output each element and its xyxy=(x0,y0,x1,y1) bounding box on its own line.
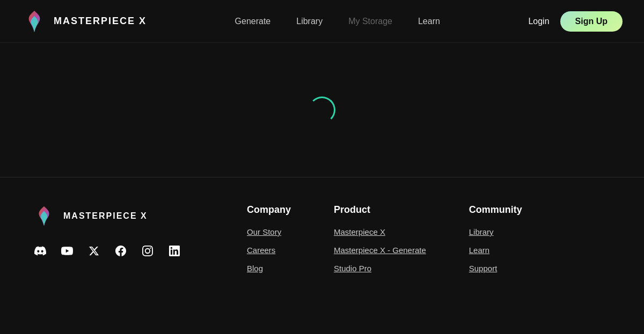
nav-library[interactable]: Library xyxy=(296,17,323,26)
list-item: Careers xyxy=(247,246,291,255)
footer-link-support[interactable]: Support xyxy=(469,264,497,273)
footer-link-studio-pro[interactable]: Studio Pro xyxy=(334,264,371,273)
footer-col-community-heading: Community xyxy=(469,204,522,216)
footer-col-product-links: Masterpiece X Masterpiece X - Generate S… xyxy=(334,227,426,273)
main-loading-area xyxy=(0,43,644,177)
footer-link-library[interactable]: Library xyxy=(469,227,494,236)
list-item: Masterpiece X xyxy=(334,227,426,237)
footer-link-our-story[interactable]: Our Story xyxy=(247,227,281,236)
footer-link-careers[interactable]: Careers xyxy=(247,246,275,255)
list-item: Library xyxy=(469,227,522,237)
footer-col-company-links: Our Story Careers Blog xyxy=(247,227,291,273)
footer-col-company: Company Our Story Careers Blog xyxy=(247,204,291,273)
loading-spinner xyxy=(309,97,335,123)
nav-learn[interactable]: Learn xyxy=(418,17,440,26)
signup-button[interactable]: Sign Up xyxy=(560,11,623,32)
twitter-icon[interactable] xyxy=(86,243,102,259)
instagram-icon[interactable] xyxy=(140,243,156,259)
footer-brand-section: MASTERPIECE X xyxy=(32,204,247,273)
linkedin-icon[interactable] xyxy=(166,243,182,259)
site-header: MASTERPIECE X Generate Library My Storag… xyxy=(0,0,644,43)
footer-col-product: Product Masterpiece X Masterpiece X - Ge… xyxy=(334,204,426,273)
list-item: Masterpiece X - Generate xyxy=(334,246,426,255)
nav-generate[interactable]: Generate xyxy=(235,17,271,26)
brand-name-text: MASTERPIECE X xyxy=(54,16,147,27)
list-item: Blog xyxy=(247,264,291,273)
main-nav: Generate Library My Storage Learn xyxy=(235,17,440,26)
footer-col-company-heading: Company xyxy=(247,204,291,216)
footer-logo-icon xyxy=(32,204,56,228)
site-footer: MASTERPIECE X xyxy=(0,177,644,295)
youtube-icon[interactable] xyxy=(59,243,75,259)
footer-link-masterpiece-x-generate[interactable]: Masterpiece X - Generate xyxy=(334,246,426,255)
footer-link-masterpiece-x[interactable]: Masterpiece X xyxy=(334,227,385,236)
footer-col-product-heading: Product xyxy=(334,204,426,216)
login-button[interactable]: Login xyxy=(528,17,549,26)
footer-brand-name: MASTERPIECE X xyxy=(63,211,148,221)
list-item: Our Story xyxy=(247,227,291,237)
footer-columns: Company Our Story Careers Blog Product xyxy=(247,204,612,273)
footer-link-learn[interactable]: Learn xyxy=(469,246,489,255)
social-links xyxy=(32,243,247,259)
footer-col-community: Community Library Learn Support xyxy=(469,204,522,273)
list-item: Support xyxy=(469,264,522,273)
header-brand: MASTERPIECE X xyxy=(21,9,147,34)
header-actions: Login Sign Up xyxy=(528,11,623,32)
facebook-icon[interactable] xyxy=(113,243,129,259)
footer-logo-row: MASTERPIECE X xyxy=(32,204,247,228)
nav-my-storage[interactable]: My Storage xyxy=(348,17,392,26)
discord-icon[interactable] xyxy=(32,243,48,259)
brand-logo-icon xyxy=(21,9,47,34)
list-item: Learn xyxy=(469,246,522,255)
list-item: Studio Pro xyxy=(334,264,426,273)
footer-col-community-links: Library Learn Support xyxy=(469,227,522,273)
footer-link-blog[interactable]: Blog xyxy=(247,264,263,273)
